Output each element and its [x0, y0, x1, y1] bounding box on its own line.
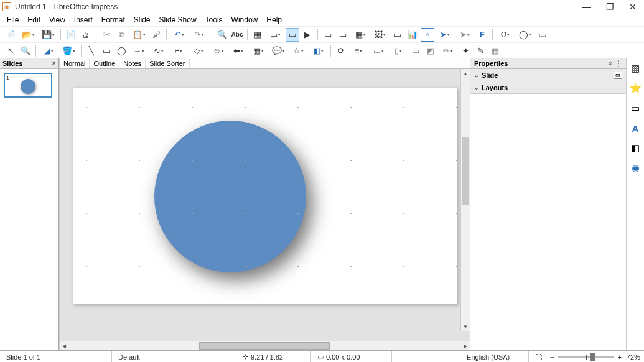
edit-area[interactable]: ▲ ▼: [60, 69, 470, 341]
chevron-down-icon[interactable]: ⌄: [474, 72, 479, 78]
scroll-up-icon[interactable]: ▲: [461, 69, 470, 78]
tab-slidesorter[interactable]: Slide Sorter: [146, 59, 189, 68]
status-lang[interactable]: English (USA): [460, 351, 529, 362]
line-color-button[interactable]: ◢▾: [39, 44, 58, 58]
navigator-icon[interactable]: A: [629, 122, 642, 134]
gallery-icon[interactable]: ▭: [629, 102, 642, 114]
start-first-button[interactable]: ▶: [301, 28, 314, 42]
tab-notes[interactable]: Notes: [119, 59, 146, 68]
undo-button[interactable]: ↶▾: [170, 28, 189, 42]
table-button[interactable]: ▦▾: [351, 28, 370, 42]
find-button[interactable]: 🔍: [215, 28, 229, 42]
clone-format-button[interactable]: 🖌: [149, 28, 163, 42]
points-button[interactable]: ✦: [459, 44, 472, 58]
scroll-left-icon[interactable]: ◀: [60, 343, 68, 349]
curve-tool[interactable]: ∿▾: [149, 44, 168, 58]
basic-shapes-tb-button[interactable]: ◯▾: [516, 28, 534, 42]
minimize-button[interactable]: —: [582, 2, 591, 12]
fill-color-button[interactable]: 🪣▾: [59, 44, 78, 58]
zoom-tool[interactable]: 🔍: [19, 44, 32, 58]
animation-icon[interactable]: ◧: [629, 142, 642, 154]
extrusion-button[interactable]: ▦: [488, 44, 502, 58]
arrow-tool[interactable]: →▾: [129, 44, 148, 58]
callout-button[interactable]: 💬▾: [269, 44, 287, 58]
zoom-out-icon[interactable]: −: [550, 353, 554, 361]
spellcheck-button[interactable]: Abc: [230, 28, 244, 42]
hscroll-thumb[interactable]: [199, 342, 330, 350]
distribute-button[interactable]: ▯▾: [389, 44, 408, 58]
scroll-right-icon[interactable]: ▶: [461, 343, 470, 349]
tab-normal[interactable]: Normal: [60, 59, 90, 68]
shadow-button[interactable]: ▭: [409, 44, 422, 58]
new-doc-button[interactable]: 📄: [4, 28, 17, 42]
menu-slide[interactable]: Slide: [129, 14, 155, 26]
ellipse-shape[interactable]: [154, 121, 306, 272]
menu-slideshow[interactable]: Slide Show: [155, 14, 201, 26]
section-slide-label[interactable]: Slide: [482, 72, 498, 79]
fit-page-icon[interactable]: ⛶: [529, 351, 546, 362]
symbol-shapes-button[interactable]: ☺▾: [209, 44, 228, 58]
crop-button[interactable]: ◩: [424, 44, 437, 58]
save-button[interactable]: 💾▾: [39, 28, 57, 42]
zoom-slider[interactable]: [558, 356, 614, 358]
menu-edit[interactable]: Edit: [23, 14, 45, 26]
menu-format[interactable]: Format: [97, 14, 129, 26]
open-button[interactable]: 📂▾: [19, 28, 37, 42]
properties-close-icon[interactable]: ×: [609, 60, 612, 67]
insert-slide-button[interactable]: ▭: [321, 28, 335, 42]
slide-layout-button[interactable]: ▭: [536, 28, 549, 42]
menu-help[interactable]: Help: [262, 14, 286, 26]
stars-button[interactable]: ☆▾: [289, 44, 307, 58]
export-pdf-button[interactable]: 📄: [64, 28, 78, 42]
slide-thumbnail-1[interactable]: 1: [4, 73, 52, 98]
rotate-button[interactable]: ⟳: [334, 44, 348, 58]
paste-button[interactable]: 📋▾: [129, 28, 148, 42]
master-slide-button[interactable]: ▭: [286, 28, 299, 42]
cut-button[interactable]: ✂: [100, 28, 113, 42]
arrange-button[interactable]: ▭▾: [369, 44, 388, 58]
block-arrows-button[interactable]: ⬅▾: [229, 44, 248, 58]
chevron-down-icon[interactable]: ⌄: [474, 85, 479, 91]
3d-button[interactable]: ◧▾: [309, 44, 327, 58]
horizontal-scrollbar[interactable]: ◀ ▶: [60, 341, 470, 350]
menu-view[interactable]: View: [45, 14, 70, 26]
media-button[interactable]: ▭: [391, 28, 404, 42]
slide-canvas[interactable]: [73, 88, 457, 304]
gluepoints-button[interactable]: ✎: [474, 44, 487, 58]
tab-outline[interactable]: Outline: [90, 59, 119, 68]
properties-icon[interactable]: ▧: [629, 62, 642, 75]
align-button[interactable]: ≡▾: [349, 44, 368, 58]
zoom-value[interactable]: 72%: [627, 353, 640, 361]
menu-file[interactable]: File: [2, 14, 23, 26]
select-tool[interactable]: ↖: [4, 44, 17, 58]
image-button[interactable]: 🖼▾: [371, 28, 390, 42]
menu-tools[interactable]: Tools: [201, 14, 227, 26]
styles-icon[interactable]: ⭐: [629, 82, 642, 95]
textbox-button[interactable]: A: [421, 28, 434, 42]
flowchart-button[interactable]: ▦▾: [249, 44, 268, 58]
transition-icon[interactable]: ◉: [629, 162, 642, 174]
line-tool[interactable]: ╲: [85, 44, 98, 58]
fontwork-button[interactable]: ➤▾: [436, 28, 454, 42]
copy-button[interactable]: ⧉: [114, 28, 128, 42]
menu-window[interactable]: Window: [227, 14, 263, 26]
connector-tool[interactable]: ⌐▾: [169, 44, 188, 58]
ellipse-tool[interactable]: ◯: [114, 44, 128, 58]
print-button[interactable]: 🖨: [79, 28, 93, 42]
close-button[interactable]: ✕: [629, 2, 637, 12]
slide-section-more-icon[interactable]: ▭: [614, 72, 622, 79]
vscroll-thumb[interactable]: [462, 137, 469, 205]
symbol-button[interactable]: Ω▾: [496, 28, 515, 42]
menu-insert[interactable]: Insert: [70, 14, 97, 26]
slides-panel-close-icon[interactable]: ×: [52, 59, 56, 68]
properties-menu-icon[interactable]: ⋮: [615, 59, 622, 68]
hyperlink-button[interactable]: ➤▾: [455, 28, 474, 42]
zoom-in-icon[interactable]: +: [618, 353, 622, 361]
rectangle-tool[interactable]: ▭: [100, 44, 113, 58]
grid-button[interactable]: ▦: [251, 28, 264, 42]
special-char-button[interactable]: F: [475, 28, 489, 42]
scroll-down-icon[interactable]: ▼: [461, 322, 470, 331]
duplicate-slide-button[interactable]: ▭: [336, 28, 350, 42]
vertical-scrollbar[interactable]: ▲ ▼: [460, 69, 470, 331]
basic-shapes-button[interactable]: ◇▾: [189, 44, 208, 58]
